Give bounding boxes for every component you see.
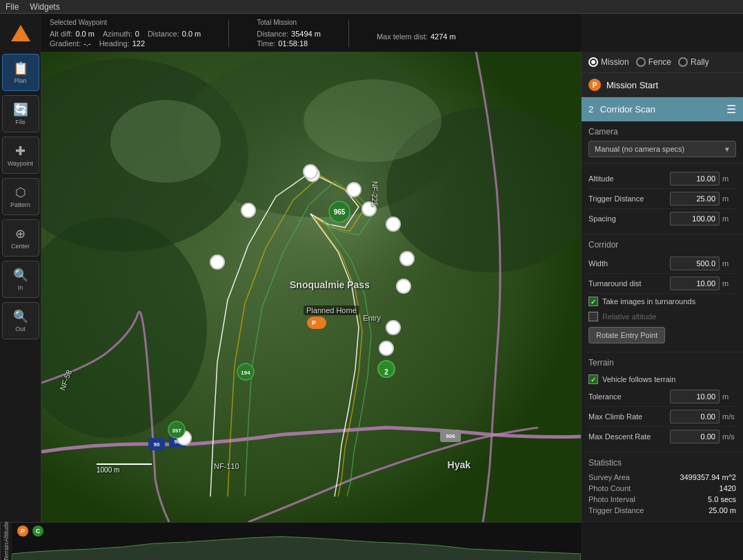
radio-row: Mission Fence Rally — [582, 52, 743, 73]
statistics-section: Statistics Survey Area 3499357.94 m^2 Ph… — [582, 452, 743, 522]
alt-diff-label: Alt diff: — [50, 30, 72, 38]
take-images-row[interactable]: ✓ Take images in turnarounds — [588, 294, 736, 309]
svg-text:906: 906 — [446, 433, 455, 439]
heading-label: Heading: — [99, 39, 130, 48]
camera-dropdown[interactable]: Manual (no camera specs) — [588, 141, 736, 157]
pattern-label: Pattern — [10, 201, 30, 208]
menu-widgets[interactable]: Widgets — [30, 2, 59, 12]
sidebar-item-out[interactable]: 🔍 Out — [2, 302, 39, 339]
camera-label: Camera — [588, 127, 736, 137]
svg-point-22 — [386, 217, 400, 231]
take-images-label: Take images in turnarounds — [602, 297, 695, 306]
width-input[interactable] — [670, 257, 720, 270]
corridor-section: Corridor Width m Turnaround dist m ✓ Tak… — [582, 234, 743, 352]
waypoint-label: Waypoint — [8, 160, 33, 167]
relative-altitude-checkbox[interactable] — [588, 312, 598, 321]
svg-text:P: P — [312, 319, 316, 326]
sidebar-item-in[interactable]: 🔍 In — [2, 261, 39, 298]
radio-fence[interactable]: Fence — [636, 57, 671, 67]
scale-text: 1000 m — [97, 466, 119, 474]
trigger-distance-input[interactable] — [670, 192, 720, 206]
relative-altitude-row[interactable]: Relative altitude — [588, 309, 736, 324]
svg-point-7 — [304, 79, 442, 162]
zoom-in-icon: 🔍 — [13, 268, 28, 283]
altitude-row: Altitude m — [588, 169, 736, 189]
distance-value: 0.0 m — [182, 30, 201, 38]
center-icon: ⊕ — [15, 226, 26, 241]
svg-text:397: 397 — [172, 428, 181, 434]
sidebar-item-plan[interactable]: 📋 Plan — [2, 54, 39, 91]
total-distance-label: Distance: — [257, 30, 288, 38]
terrain-c-badge: C — [32, 526, 43, 537]
turnaround-input[interactable] — [670, 277, 720, 290]
sidebar-item-waypoint[interactable]: ✚ Waypoint — [2, 137, 39, 174]
terrain-badges: P C — [17, 526, 43, 537]
mission-start-row: P Mission Start — [582, 73, 743, 97]
sidebar-item-center[interactable]: ⊕ Center — [2, 219, 39, 257]
section-menu-icon[interactable]: ☰ — [726, 103, 736, 116]
turnaround-label: Turnaround dist — [588, 279, 670, 288]
radio-mission[interactable]: Mission — [588, 57, 629, 67]
svg-rect-29 — [307, 317, 326, 329]
waypoint-icon: ✚ — [15, 143, 26, 159]
svg-point-25 — [386, 321, 400, 334]
take-images-checkbox[interactable]: ✓ — [588, 297, 598, 306]
gradient-label: Gradient: — [50, 39, 81, 48]
total-distance-value: 35494 m — [291, 30, 321, 38]
photo-interval-label: Photo Interval — [588, 495, 635, 503]
sidebar-item-pattern[interactable]: ⬡ Pattern — [2, 178, 39, 215]
max-climb-input[interactable] — [670, 410, 720, 423]
right-panel: Mission Fence Rally P Mission Start 2 Co… — [581, 52, 743, 522]
center-label: Center — [11, 243, 30, 250]
max-climb-row: Max Climb Rate m/s — [588, 407, 736, 427]
max-descent-input[interactable] — [670, 430, 720, 443]
terrain-label-1: Terrain — [3, 542, 10, 560]
p-badge: P — [588, 79, 601, 91]
altitude-input[interactable] — [670, 172, 720, 186]
terrain-label-2: Altitude — [3, 521, 10, 542]
section-title: Corridor Scan — [600, 104, 655, 114]
sidebar: 📋 Plan 🔄 File ✚ Waypoint ⬡ Pattern ⊕ Cen… — [0, 52, 41, 522]
radio-rally[interactable]: Rally — [678, 57, 709, 67]
photo-interval-value: 5.0 secs — [708, 495, 736, 503]
radio-mission-label: Mission — [601, 57, 629, 67]
survey-area-row: Survey Area 3499357.94 m^2 — [588, 472, 736, 483]
map[interactable]: 90 90 906 965 — [41, 52, 581, 522]
file-label: File — [15, 119, 26, 126]
altitude-unit: m — [722, 174, 736, 183]
svg-point-19 — [304, 165, 317, 179]
azimuth-value: 0 — [135, 30, 139, 38]
corridor-label: Corridor — [588, 240, 736, 250]
terrain-section: Terrain ✓ Vehicle follows terrain Tolera… — [582, 352, 743, 452]
distance-label: Distance: — [148, 30, 179, 38]
trigger-distance-unit: m — [722, 194, 736, 203]
svg-point-23 — [400, 252, 414, 266]
svg-text:194: 194 — [241, 370, 250, 376]
svg-point-17 — [241, 203, 255, 217]
trigger-distance-stat-value: 25.00 m — [709, 506, 736, 514]
camera-section: Camera Manual (no camera specs) ▼ — [582, 121, 743, 163]
radio-fence-circle — [636, 57, 646, 67]
vehicle-follows-checkbox[interactable]: ✓ — [588, 374, 598, 384]
terrain-strip-labels: Terrain Altitude — [0, 523, 12, 560]
tolerance-input[interactable] — [670, 390, 720, 403]
menu-file[interactable]: File — [6, 2, 19, 12]
vehicle-follows-row[interactable]: ✓ Vehicle follows terrain — [588, 372, 736, 387]
total-mission-label: Total Mission — [257, 19, 321, 26]
svg-point-18 — [210, 255, 224, 269]
photo-count-value: 1420 — [720, 484, 736, 492]
rotate-entry-button[interactable]: Rotate Entry Point — [588, 327, 665, 343]
sidebar-item-file[interactable]: 🔄 File — [2, 95, 39, 132]
radio-rally-label: Rally — [691, 57, 709, 67]
svg-text:2: 2 — [384, 368, 388, 376]
plan-icon: 📋 — [13, 61, 28, 76]
tolerance-row: Tolerance m — [588, 387, 736, 407]
relative-altitude-label: Relative altitude — [602, 312, 656, 321]
spacing-input[interactable] — [670, 212, 720, 226]
svg-point-21 — [362, 202, 376, 216]
terrain-canvas: P C — [12, 523, 581, 560]
plan-label: Plan — [14, 77, 26, 84]
width-unit: m — [722, 259, 736, 268]
total-time-value: 01:58:18 — [278, 39, 308, 48]
selected-waypoint-label: Selected Waypoint — [50, 19, 201, 26]
